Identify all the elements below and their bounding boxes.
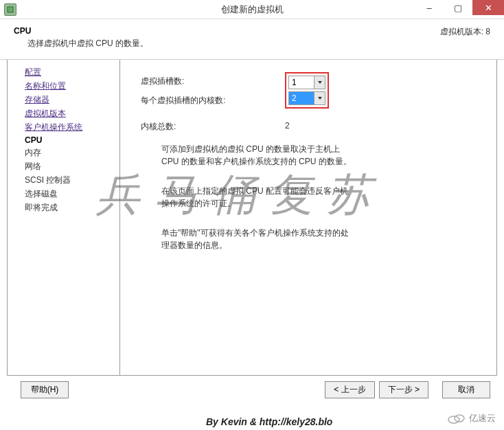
main-area: 配置 名称和位置 存储器 虚拟机版本 客户机操作系统 CPU 内存 网络 SCS…: [0, 60, 504, 376]
sidebar-item-vm-version[interactable]: 虚拟机版本: [25, 108, 119, 120]
wizard-header: CPU 选择虚拟机中虚拟 CPU 的数量。 虚拟机版本: 8: [0, 19, 504, 60]
sockets-value: 1: [289, 78, 314, 87]
info-paragraph-2: 在该页面上指定的虚拟 CPU 配置可能会违反客户机操作系统的许可证。: [161, 185, 354, 210]
cores-label: 每个虚拟插槽的内核数:: [141, 90, 285, 111]
sidebar-item-guest-os[interactable]: 客户机操作系统: [25, 122, 119, 133]
window-controls: – ▢ ✕: [415, 0, 504, 19]
chevron-down-icon: [314, 92, 325, 104]
attribution-text: By Kevin & http://kely28.blo: [206, 416, 332, 427]
window-title: 创建新的虚拟机: [221, 3, 284, 16]
cores-dropdown[interactable]: 2: [288, 91, 325, 105]
sidebar-item-finish: 即将完成: [25, 202, 119, 214]
close-button[interactable]: ✕: [472, 0, 504, 15]
total-cores-label: 内核总数:: [141, 121, 285, 133]
sidebar-item-name-location[interactable]: 名称和位置: [25, 80, 119, 92]
svg-rect-0: [8, 7, 13, 12]
minimize-button[interactable]: –: [415, 0, 444, 15]
sidebar-item-config[interactable]: 配置: [25, 67, 119, 78]
svg-point-1: [448, 416, 459, 423]
corner-logo: 亿速云: [447, 412, 496, 425]
chevron-down-icon: [314, 76, 325, 89]
sidebar-item-memory: 内存: [25, 147, 119, 159]
sidebar-item-disk: 选择磁盘: [25, 188, 119, 200]
sidebar-item-network: 网络: [25, 161, 119, 172]
cores-value: 2: [289, 93, 314, 103]
vm-version-label: 虚拟机版本: 8: [440, 26, 490, 38]
total-cores-row: 内核总数: 2: [141, 121, 483, 133]
page-description: 选择虚拟机中虚拟 CPU 的数量。: [27, 38, 148, 49]
wizard-footer: 帮助(H) < 上一步 下一步 > 取消: [0, 376, 504, 404]
total-cores-value: 2: [285, 121, 290, 133]
highlight-box: 1 2: [285, 72, 329, 109]
help-button[interactable]: 帮助(H): [21, 381, 69, 398]
vsphere-icon: [4, 3, 16, 16]
sidebar-item-cpu: CPU: [25, 135, 119, 145]
back-button[interactable]: < 上一步: [325, 381, 374, 398]
sidebar-item-scsi: SCSI 控制器: [25, 174, 119, 186]
page-title: CPU: [14, 26, 148, 36]
sidebar-item-storage[interactable]: 存储器: [25, 94, 119, 106]
titlebar: 创建新的虚拟机 – ▢ ✕: [0, 0, 504, 19]
info-paragraph-1: 可添加到虚拟机的虚拟 CPU 的数量取决于主机上 CPU 的数量和客户机操作系统…: [161, 143, 354, 168]
next-button[interactable]: 下一步 >: [379, 381, 428, 398]
cancel-button[interactable]: 取消: [442, 381, 490, 398]
sockets-label: 虚拟插槽数:: [141, 72, 285, 90]
wizard-sidebar: 配置 名称和位置 存储器 虚拟机版本 客户机操作系统 CPU 内存 网络 SCS…: [7, 60, 120, 376]
maximize-button[interactable]: ▢: [444, 0, 472, 15]
wizard-content: 虚拟插槽数: 每个虚拟插槽的内核数: 1 2 内核总数: 2 可添加到虚拟机的虚…: [120, 60, 497, 376]
sockets-dropdown[interactable]: 1: [288, 76, 325, 89]
corner-logo-text: 亿速云: [469, 412, 496, 425]
info-paragraph-3: 单击"帮助"可获得有关各个客户机操作系统支持的处理器数量的信息。: [161, 227, 354, 251]
